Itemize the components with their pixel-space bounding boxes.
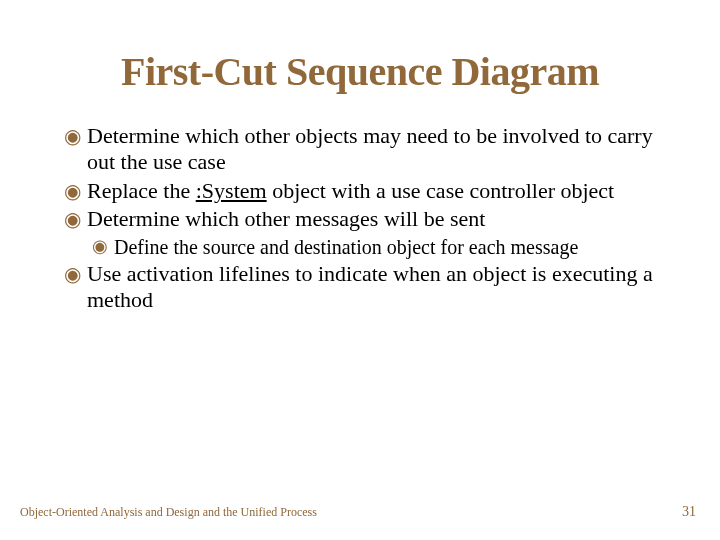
bullet-icon: ◉ <box>64 261 81 314</box>
bullet-list: ◉ Determine which other objects may need… <box>64 123 656 313</box>
bullet-text: Determine which other messages will be s… <box>87 206 656 232</box>
bullet-text: Use activation lifelines to indicate whe… <box>87 261 656 314</box>
underlined-text: :System <box>196 178 267 203</box>
text-suffix: object with a use case controller object <box>267 178 615 203</box>
slide-title: First-Cut Sequence Diagram <box>64 48 656 95</box>
list-item: ◉ Use activation lifelines to indicate w… <box>64 261 656 314</box>
bullet-icon: ◉ <box>92 235 108 259</box>
bullet-icon: ◉ <box>64 206 81 232</box>
bullet-icon: ◉ <box>64 178 81 204</box>
page-number: 31 <box>682 504 696 520</box>
list-item: ◉ Replace the :System object with a use … <box>64 178 656 204</box>
bullet-text: Replace the :System object with a use ca… <box>87 178 656 204</box>
list-item: ◉ Determine which other objects may need… <box>64 123 656 176</box>
footer-text: Object-Oriented Analysis and Design and … <box>20 505 317 520</box>
list-item: ◉ Determine which other messages will be… <box>64 206 656 232</box>
bullet-text: Determine which other objects may need t… <box>87 123 656 176</box>
text-prefix: Replace the <box>87 178 196 203</box>
bullet-icon: ◉ <box>64 123 81 176</box>
bullet-text: Define the source and destination object… <box>114 235 656 259</box>
list-sub-item: ◉ Define the source and destination obje… <box>92 235 656 259</box>
